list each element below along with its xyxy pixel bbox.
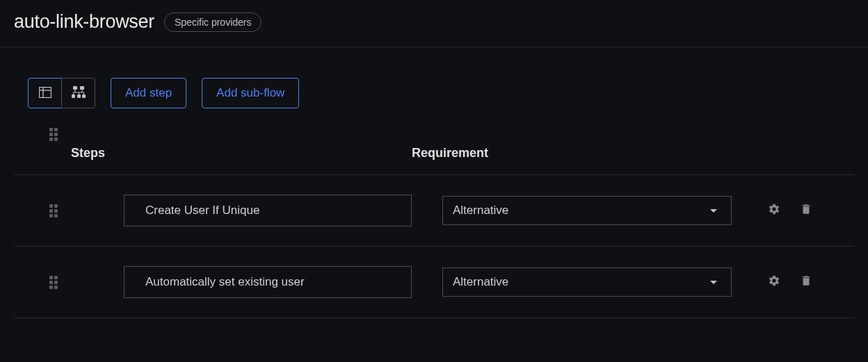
svg-rect-6 xyxy=(77,94,81,98)
settings-button[interactable] xyxy=(768,274,780,290)
table-row: Automatically set existing user Alternat… xyxy=(14,247,854,318)
svg-rect-4 xyxy=(80,86,84,90)
page-title: auto-link-browser xyxy=(14,11,154,33)
gear-icon xyxy=(768,274,780,290)
diagram-icon xyxy=(72,86,86,101)
table-icon xyxy=(39,87,51,100)
toolbar: Add step Add sub-flow xyxy=(0,47,868,126)
add-step-button[interactable]: Add step xyxy=(111,78,186,108)
row-actions xyxy=(768,274,854,290)
requirement-value: Alternative xyxy=(453,275,508,289)
view-toggle-group xyxy=(28,78,95,108)
settings-button[interactable] xyxy=(768,203,780,218)
table-header-row: Steps Requirement xyxy=(14,126,854,175)
steps-column-header: Steps xyxy=(71,126,412,161)
chevron-down-icon xyxy=(710,281,717,284)
table-row: Create User If Unique Alternative xyxy=(14,175,854,247)
delete-button[interactable] xyxy=(800,274,812,290)
table-view-button[interactable] xyxy=(28,78,62,108)
step-name[interactable]: Create User If Unique xyxy=(124,195,412,227)
drag-handle-icon xyxy=(49,276,58,289)
diagram-view-button[interactable] xyxy=(61,78,95,108)
row-actions xyxy=(768,202,854,219)
step-name[interactable]: Automatically set existing user xyxy=(124,266,412,298)
provider-badge: Specific providers xyxy=(164,13,262,32)
trash-icon xyxy=(800,274,812,290)
svg-rect-3 xyxy=(73,86,77,90)
requirement-column-header: Requirement xyxy=(412,126,854,161)
drag-column-header xyxy=(36,126,71,141)
svg-rect-5 xyxy=(72,94,75,98)
delete-button[interactable] xyxy=(800,202,812,219)
svg-rect-7 xyxy=(82,94,86,98)
requirement-value: Alternative xyxy=(453,204,508,217)
page-header: auto-link-browser Specific providers xyxy=(0,0,868,47)
drag-handle[interactable] xyxy=(36,276,71,289)
svg-rect-0 xyxy=(39,87,51,97)
requirement-select[interactable]: Alternative xyxy=(442,268,732,297)
drag-handle[interactable] xyxy=(36,204,71,217)
drag-handle-icon xyxy=(49,128,58,141)
trash-icon xyxy=(800,202,812,219)
add-sub-flow-button[interactable]: Add sub-flow xyxy=(202,78,299,108)
gear-icon xyxy=(768,203,780,218)
drag-handle-icon xyxy=(49,204,58,217)
chevron-down-icon xyxy=(710,209,717,213)
flow-table: Steps Requirement Create User If Unique … xyxy=(0,126,868,318)
requirement-select[interactable]: Alternative xyxy=(442,196,732,225)
